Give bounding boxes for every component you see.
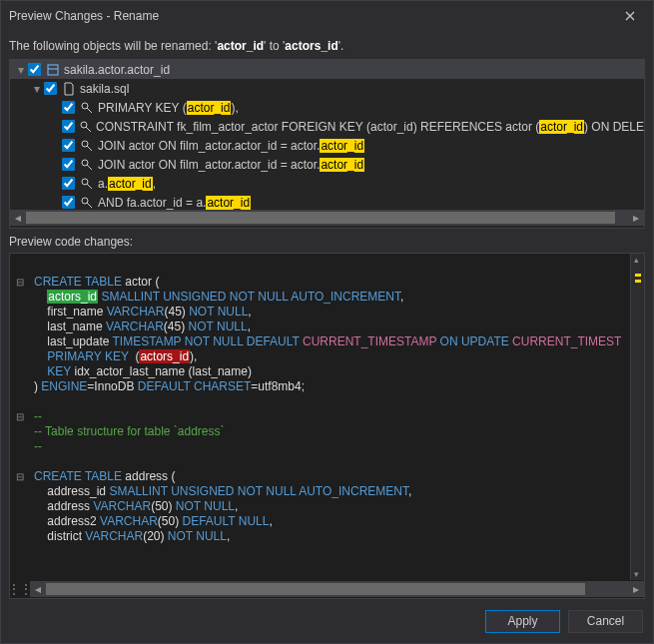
code-preview: ⊟ ⊟ ⊟ CREATE TABLE actor ( actors_id SMA… xyxy=(9,253,645,599)
window-title: Preview Changes - Rename xyxy=(9,9,615,23)
checkbox[interactable] xyxy=(62,120,75,133)
svg-line-11 xyxy=(87,184,92,189)
svg-line-5 xyxy=(86,127,91,132)
checkbox[interactable] xyxy=(62,101,75,114)
fold-minus-icon[interactable]: ⊟ xyxy=(10,469,30,484)
fold-minus-icon[interactable]: ⊟ xyxy=(10,409,30,424)
scroll-left-icon[interactable]: ◂ xyxy=(10,210,26,226)
titlebar: Preview Changes - Rename xyxy=(1,1,653,31)
changes-tree: ▾ sakila.actor.actor_id ▾ sakila.sql PRI… xyxy=(9,59,645,229)
marker-down-icon[interactable]: ▾ xyxy=(634,569,639,579)
preview-label: Preview code changes: xyxy=(1,229,653,253)
checkbox[interactable] xyxy=(62,139,75,152)
change-marker[interactable] xyxy=(635,274,641,277)
scroll-thumb[interactable] xyxy=(26,212,615,224)
svg-line-7 xyxy=(87,146,92,151)
fold-minus-icon[interactable]: ⊟ xyxy=(10,275,30,290)
rename-highlight: actors_id xyxy=(47,290,98,304)
caret-down-icon[interactable]: ▾ xyxy=(14,63,28,77)
rename-message: The following objects will be renamed: '… xyxy=(1,31,653,59)
svg-rect-0 xyxy=(48,65,58,75)
reference-icon xyxy=(79,120,93,134)
close-icon xyxy=(625,11,635,21)
cancel-button[interactable]: Cancel xyxy=(568,610,643,633)
checkbox[interactable] xyxy=(62,177,75,190)
change-marker[interactable] xyxy=(635,280,641,283)
tree-item[interactable]: PRIMARY KEY (actor_id), xyxy=(10,98,644,117)
dialog-footer: Apply Cancel xyxy=(1,599,653,643)
tree-h-scrollbar[interactable]: ◂ ▸ xyxy=(10,210,644,226)
checkbox[interactable] xyxy=(62,158,75,171)
svg-line-9 xyxy=(87,165,92,170)
checkbox[interactable] xyxy=(62,196,75,209)
close-button[interactable] xyxy=(615,1,645,31)
scroll-thumb[interactable] xyxy=(46,583,585,595)
tree-item[interactable]: JOIN actor ON film_actor.actor_id = acto… xyxy=(10,155,644,174)
column-icon xyxy=(45,63,61,77)
marker-bar[interactable]: ▴ ▾ xyxy=(630,254,644,580)
tree-root[interactable]: ▾ sakila.actor.actor_id xyxy=(10,60,644,79)
rename-highlight: actors_id xyxy=(139,349,190,363)
reference-icon xyxy=(79,158,95,172)
reference-icon xyxy=(79,101,95,115)
tree-item[interactable]: JOIN actor ON film_actor.actor_id = acto… xyxy=(10,136,644,155)
checkbox[interactable] xyxy=(28,63,41,76)
code-h-scrollbar[interactable]: ◂ ▸ xyxy=(30,581,644,597)
apply-button[interactable]: Apply xyxy=(485,610,560,633)
caret-down-icon[interactable]: ▾ xyxy=(30,82,44,96)
dialog-window: Preview Changes - Rename The following o… xyxy=(0,0,654,644)
scroll-right-icon[interactable]: ▸ xyxy=(628,581,644,597)
reference-icon xyxy=(79,139,95,153)
marker-up-icon[interactable]: ▴ xyxy=(634,255,639,265)
splitter-icon[interactable]: ⋮⋮ xyxy=(10,582,30,596)
scroll-left-icon[interactable]: ◂ xyxy=(30,581,46,597)
sql-file-icon xyxy=(61,82,77,96)
reference-icon xyxy=(79,196,95,210)
checkbox[interactable] xyxy=(44,82,57,95)
tree-item[interactable]: AND fa.actor_id = a.actor_id xyxy=(10,193,644,210)
svg-line-13 xyxy=(87,203,92,208)
scroll-right-icon[interactable]: ▸ xyxy=(628,210,644,226)
tree-item[interactable]: CONSTRAINT fk_film_actor_actor FOREIGN K… xyxy=(10,117,644,136)
fold-gutter: ⊟ ⊟ ⊟ xyxy=(10,254,30,580)
svg-line-3 xyxy=(87,108,92,113)
tree-item[interactable]: a.actor_id, xyxy=(10,174,644,193)
tree-file[interactable]: ▾ sakila.sql xyxy=(10,79,644,98)
reference-icon xyxy=(79,177,95,191)
code-area[interactable]: CREATE TABLE actor ( actors_id SMALLINT … xyxy=(30,254,630,580)
tree-scroll[interactable]: ▾ sakila.actor.actor_id ▾ sakila.sql PRI… xyxy=(10,60,644,210)
